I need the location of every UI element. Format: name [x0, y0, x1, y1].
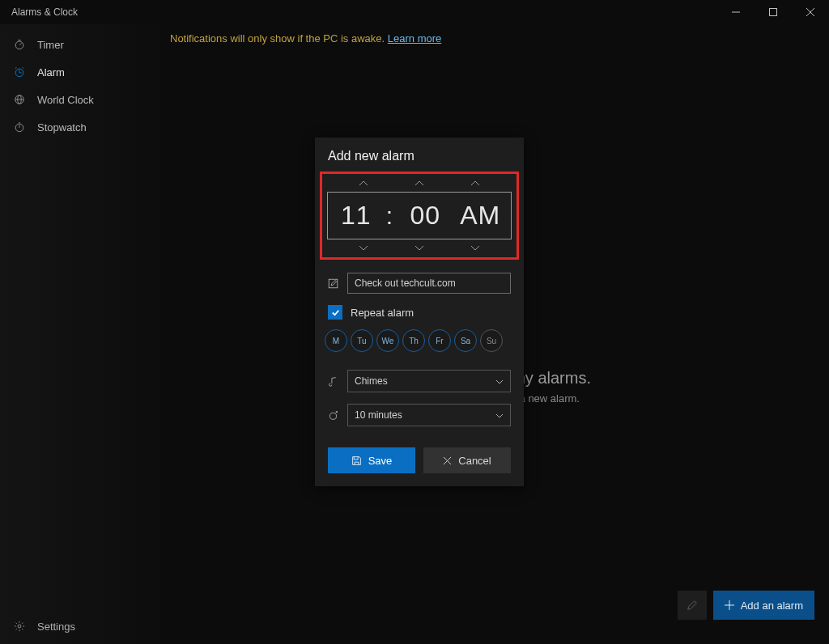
chevron-down-icon [495, 410, 504, 420]
add-alarm-label: Add an alarm [741, 600, 803, 612]
plus-icon [725, 600, 734, 610]
time-picker-highlight: 11 : 00 AM [320, 172, 519, 260]
sidebar-item-settings[interactable]: Settings [0, 608, 159, 644]
hour-down-button[interactable] [339, 243, 388, 254]
music-note-icon [328, 376, 339, 387]
sidebar-item-label: Alarm [37, 66, 65, 78]
sidebar-item-world-clock[interactable]: World Clock [0, 86, 159, 113]
repeat-label: Repeat alarm [351, 307, 414, 319]
hour-up-button[interactable] [339, 177, 388, 189]
minimize-button[interactable] [717, 0, 755, 24]
days-row: M Tu We Th Fr Sa Su [315, 324, 524, 362]
sidebar-item-label: Timer [37, 39, 64, 51]
ampm-down-button[interactable] [451, 243, 500, 254]
globe-icon [13, 94, 26, 105]
close-button[interactable] [792, 0, 829, 24]
check-icon [331, 308, 340, 317]
app-title: Alarms & Clock [11, 6, 78, 18]
close-icon [806, 8, 814, 16]
minute-down-button[interactable] [395, 243, 444, 254]
alarm-icon [13, 66, 26, 78]
day-tue[interactable]: Tu [351, 329, 373, 352]
chevron-down-icon [359, 245, 368, 252]
minimize-icon [732, 8, 740, 16]
sidebar-item-stopwatch[interactable]: Stopwatch [0, 113, 159, 141]
ampm-up-button[interactable] [451, 177, 500, 189]
sidebar-item-timer[interactable]: Timer [0, 31, 159, 58]
chevron-down-icon [470, 245, 480, 252]
svg-point-22 [329, 413, 336, 419]
save-button[interactable]: Save [328, 447, 415, 473]
edit-alarms-button[interactable] [678, 591, 707, 620]
cancel-label: Cancel [458, 455, 491, 467]
sidebar-item-label: World Clock [37, 94, 94, 106]
sidebar-item-label: Stopwatch [37, 121, 87, 133]
repeat-checkbox[interactable] [328, 305, 342, 320]
sound-select[interactable]: Chimes [347, 370, 511, 392]
sidebar-item-label: Settings [37, 621, 75, 633]
stopwatch-icon [13, 121, 26, 133]
day-fri[interactable]: Fr [428, 329, 451, 352]
snooze-icon [328, 410, 339, 421]
add-alarm-dialog: Add new alarm 11 : 00 AM Repeat alarm [315, 138, 524, 486]
day-wed[interactable]: We [376, 329, 399, 352]
cancel-button[interactable]: Cancel [423, 447, 511, 473]
svg-rect-1 [770, 9, 777, 16]
svg-point-18 [18, 625, 21, 628]
close-icon [443, 456, 452, 465]
day-sun[interactable]: Su [480, 329, 503, 352]
chevron-up-icon [414, 180, 424, 186]
title-bar: Alarms & Clock [0, 0, 829, 24]
svg-line-10 [15, 67, 17, 68]
svg-line-11 [23, 67, 24, 68]
minute-up-button[interactable] [395, 177, 444, 189]
snooze-value: 10 minutes [355, 409, 402, 421]
dialog-title: Add new alarm [315, 138, 524, 172]
notification-banner: Notifications will only show if the PC i… [170, 32, 441, 44]
svg-rect-21 [329, 279, 338, 288]
time-colon: : [386, 202, 393, 230]
learn-more-link[interactable]: Learn more [388, 32, 441, 44]
svg-line-5 [19, 43, 22, 45]
chevron-up-icon [359, 180, 368, 186]
day-sat[interactable]: Sa [454, 329, 477, 352]
time-minute[interactable]: 00 [402, 201, 448, 231]
chevron-down-icon [495, 376, 504, 386]
sound-value: Chimes [355, 375, 388, 387]
time-display[interactable]: 11 : 00 AM [327, 192, 512, 239]
pencil-icon [687, 600, 698, 611]
day-mon[interactable]: M [325, 329, 347, 352]
alarm-name-input[interactable] [347, 273, 511, 294]
notification-text: Notifications will only show if the PC i… [170, 32, 385, 44]
snooze-select[interactable]: 10 minutes [347, 404, 511, 426]
chevron-up-icon [470, 180, 480, 186]
chevron-down-icon [414, 245, 424, 252]
sidebar-item-alarm[interactable]: Alarm [0, 58, 159, 86]
save-icon [351, 455, 362, 466]
time-ampm[interactable]: AM [457, 201, 503, 231]
maximize-icon [769, 8, 777, 16]
save-label: Save [368, 455, 393, 467]
add-alarm-button[interactable]: Add an alarm [713, 591, 814, 620]
time-hour[interactable]: 11 [336, 201, 376, 231]
gear-icon [13, 621, 26, 632]
maximize-button[interactable] [755, 0, 792, 24]
day-thu[interactable]: Th [402, 329, 425, 352]
sidebar: Timer Alarm World Clock Stopwatch Settin… [0, 24, 159, 644]
edit-icon [328, 278, 339, 289]
timer-icon [13, 39, 26, 50]
